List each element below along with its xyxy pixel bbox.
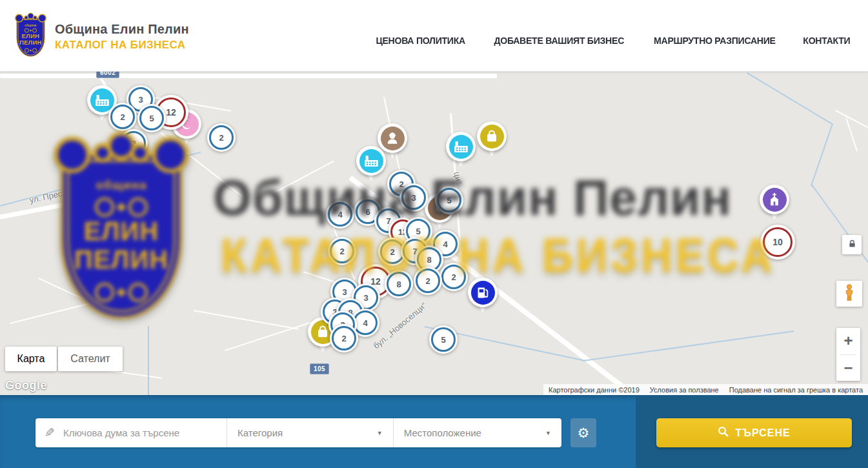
search-button-label: ТЪРСЕНЕ [735, 427, 790, 439]
search-button[interactable]: ТЪРСЕНЕ [656, 418, 852, 447]
advanced-settings-button[interactable]: ⚙ [570, 418, 596, 447]
cluster-marker[interactable]: 5 [429, 325, 458, 354]
crest-ornament [15, 48, 46, 53]
fuel-icon [471, 281, 495, 305]
road-line [835, 110, 868, 130]
road-line [194, 310, 299, 330]
church-icon [763, 188, 787, 212]
municipality-crest: общинаЕЛИНПЕЛИН [57, 138, 186, 321]
keyword-field-wrap: ✎ [35, 418, 227, 447]
cluster-marker[interactable]: 2 [108, 103, 137, 131]
location-select[interactable]: Местоположение ▼ [394, 418, 561, 447]
chevron-down-icon: ▼ [377, 430, 383, 436]
crest-curl [93, 143, 112, 163]
cluster-marker[interactable]: 2 [207, 123, 236, 152]
crest-curl [24, 15, 28, 20]
brand-text: Община Елин Пелин КАТАЛОГ НА БИЗНЕСА [55, 14, 189, 57]
factory-pin-marker[interactable] [446, 132, 476, 161]
site-subtitle: КАТАЛОГ НА БИЗНЕСА [55, 39, 189, 52]
watermark-title: Община Елин Пелин [213, 169, 732, 227]
crest-top-word: община [15, 24, 46, 27]
pencil-icon: ✎ [45, 427, 55, 439]
nav-item-route-schedule[interactable]: МАРШРУТНО РАЗПИСАНИЕ [654, 35, 776, 46]
zoom-out-button[interactable]: − [836, 355, 860, 382]
search-icon [718, 426, 729, 440]
map-type-map-button[interactable]: Карта [5, 347, 57, 371]
crest-curl [152, 137, 188, 173]
pegman-icon [840, 283, 858, 304]
crest-name-line1: ЕЛИН [57, 217, 186, 246]
crest-ornament [57, 198, 186, 217]
river-line [747, 72, 833, 125]
crest-name-line1: ЕЛИН [15, 33, 46, 40]
crest-curl [54, 137, 90, 173]
river-line [583, 331, 794, 361]
crest-ornament [15, 28, 46, 33]
zoom-in-button[interactable]: + [836, 328, 860, 354]
keyword-input[interactable] [62, 427, 217, 439]
lock-button[interactable] [842, 235, 862, 254]
zoom-control: + − [836, 328, 860, 381]
main-nav: ЦЕНОВА ПОЛИТИКА ДОБАВЕТЕ ВАШИЯТ БИЗНЕС М… [373, 35, 852, 46]
page: ул. Преславбул. „Новоселци“ци“6002105 32… [0, 0, 868, 468]
pin-bubble [760, 185, 789, 214]
lock-icon [847, 239, 857, 251]
category-value: Категория [237, 427, 283, 438]
category-select[interactable]: Категория ▼ [227, 418, 394, 447]
map-type-satellite-button[interactable]: Сателит [58, 347, 123, 371]
cluster-count: 5 [139, 106, 164, 130]
municipality-crest: общинаЕЛИНПЕЛИН [15, 14, 46, 57]
bag-icon [480, 125, 504, 148]
cluster-count: 2 [110, 105, 135, 129]
road-line [0, 74, 497, 78]
crest-curl [15, 14, 23, 23]
municipality-crest-icon: общинаЕЛИНПЕЛИН [15, 14, 23, 25]
map-type-control: Карта Сателит [5, 347, 123, 371]
site-title: Община Елин Пелин [55, 22, 189, 37]
cluster-count: 5 [431, 327, 456, 352]
chevron-down-icon: ▼ [545, 430, 551, 436]
nav-item-add-business[interactable]: ДОБАВЕТЕ ВАШИЯТ БИЗНЕС [494, 35, 624, 46]
map-data-notice: Картографски данни ©2019 [549, 386, 640, 394]
report-error-link[interactable]: Подаване на сигнал за грешка в картата [729, 386, 863, 394]
map-canvas[interactable]: ул. Преславбул. „Новоселци“ци“6002105 32… [0, 71, 868, 395]
cluster-count: 2 [209, 125, 234, 150]
crest-curl [38, 14, 46, 23]
nav-item-pricing[interactable]: ЦЕНОВА ПОЛИТИКА [376, 35, 465, 46]
road-line [845, 117, 858, 152]
river-line [811, 123, 833, 186]
river-line [811, 185, 868, 282]
nav-item-contacts[interactable]: КОНТАКТИ [803, 35, 851, 46]
gear-icon: ⚙ [578, 425, 590, 441]
crest-top-word: община [57, 178, 186, 192]
bag-pin-marker[interactable] [477, 121, 507, 151]
street-view-pegman[interactable] [836, 281, 862, 307]
map-attribution: Картографски данни ©2019 Условия за полз… [543, 384, 868, 395]
crest-curl [130, 143, 150, 163]
street-label: бул. „Новоселци“ [371, 301, 429, 351]
crest-name-line2: ПЕЛИН [15, 39, 46, 46]
search-form: ✎ Категория ▼ Местоположение ▼ [35, 418, 561, 447]
cluster-marker[interactable]: 5 [137, 104, 166, 132]
church-pin-marker[interactable] [760, 185, 789, 214]
factory-icon [449, 135, 473, 159]
crest-ornament [57, 283, 186, 302]
location-value: Местоположение [404, 427, 481, 438]
crest-curl [33, 15, 37, 20]
terms-link[interactable]: Условия за ползване [650, 386, 719, 394]
pin-bubble [477, 121, 507, 151]
header: общинаЕЛИНПЕЛИН Община Елин Пелин КАТАЛО… [0, 0, 868, 72]
cluster-marker[interactable]: 2 [330, 324, 358, 352]
pin-bubble [446, 132, 476, 161]
search-bar: ✎ Категория ▼ Местоположение ▼ ⚙ ТЪРСЕНЕ [0, 395, 868, 468]
road-number-badge: 105 [310, 363, 329, 374]
road-number-badge: 6002 [96, 71, 119, 78]
river-line [148, 326, 149, 395]
watermark-crest-logo: общинаЕЛИНПЕЛИН [57, 138, 186, 321]
road-line [225, 321, 314, 351]
watermark-subtitle: КАТАЛОГ НА БИЗНЕСА [221, 228, 775, 283]
site-logo[interactable]: общинаЕЛИНПЕЛИН Община Елин Пелин КАТАЛО… [15, 14, 189, 57]
crest-name-line2: ПЕЛИН [57, 245, 186, 274]
cluster-count: 2 [332, 326, 356, 351]
google-logo[interactable]: Google [5, 379, 47, 392]
